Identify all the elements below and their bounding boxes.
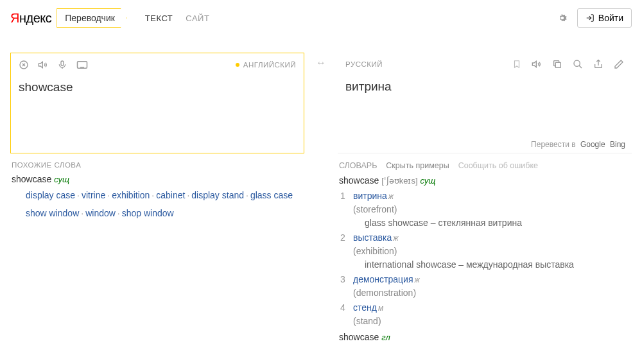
- similar-words: ПОХОЖИЕ СЛОВА showcase сущ display case·…: [10, 161, 304, 221]
- target-lang[interactable]: РУССКИЙ: [345, 60, 383, 68]
- brand-ya: Яндекс: [10, 11, 51, 26]
- keyboard-icon[interactable]: [76, 60, 88, 69]
- report-error[interactable]: Сообщить об ошибке: [458, 161, 538, 170]
- translate-credits: Перевести в Google Bing: [531, 140, 625, 149]
- detect-dot: [236, 63, 239, 67]
- similar-pos: сущ: [54, 175, 69, 184]
- source-box: АНГЛИЙСКИЙ showcase: [10, 53, 304, 153]
- dict-title: СЛОВАРЬ: [339, 161, 377, 170]
- syn-link[interactable]: window: [85, 208, 116, 218]
- similar-title: ПОХОЖИЕ СЛОВА: [12, 161, 303, 169]
- dictionary: СЛОВАРЬ Скрыть примеры Сообщить об ошибк…: [338, 161, 632, 342]
- target-output: витрина: [345, 80, 624, 94]
- dict-ru[interactable]: витрина: [353, 191, 387, 201]
- syn-link[interactable]: shop window: [122, 208, 174, 218]
- dict-entry-2: 2 выставкаж (exhibition) international s…: [340, 231, 630, 272]
- dict-ru[interactable]: стенд: [353, 302, 377, 313]
- service-label: Переводчик: [56, 8, 127, 28]
- speaker-icon[interactable]: [532, 59, 542, 69]
- share-icon[interactable]: [593, 59, 603, 69]
- syn-row-2: show window·window·shop window: [12, 206, 303, 221]
- link-google[interactable]: Google: [580, 140, 605, 149]
- close-icon[interactable]: [19, 60, 29, 70]
- target-box: РУССКИЙ витрина Перевести в Google Bing: [338, 53, 632, 153]
- login-button[interactable]: Войти: [577, 8, 632, 28]
- syn-link[interactable]: display stand: [191, 190, 244, 200]
- search-icon[interactable]: [573, 59, 583, 69]
- svg-point-4: [574, 60, 580, 66]
- dict-ru[interactable]: демонстрация: [353, 274, 413, 284]
- dict-ru[interactable]: выставка: [353, 232, 392, 243]
- bookmark-icon[interactable]: [512, 59, 521, 69]
- dict-entry-3: 3 демонстрацияж (demonstration): [340, 273, 630, 300]
- similar-word: showcase: [12, 174, 51, 184]
- syn-link[interactable]: exhibition: [112, 190, 150, 200]
- syn-link[interactable]: glass case: [250, 190, 293, 200]
- link-bing[interactable]: Bing: [610, 140, 625, 149]
- nav-text[interactable]: ТЕКСТ: [145, 13, 173, 23]
- login-icon: [586, 13, 594, 22]
- speaker-icon[interactable]: [38, 60, 48, 70]
- dict-pos: сущ: [421, 176, 436, 186]
- dict-entry-1: 1 витринаж (storefront) glass showcase –…: [340, 189, 630, 230]
- hide-examples[interactable]: Скрыть примеры: [386, 161, 449, 170]
- dict-word-verb: showcase: [339, 332, 379, 342]
- edit-icon[interactable]: [614, 59, 624, 69]
- syn-row-1: display case·vitrine·exhibition·cabinet·…: [12, 188, 303, 204]
- source-input[interactable]: showcase: [19, 80, 296, 94]
- logo[interactable]: Яндекс Переводчик: [10, 8, 127, 28]
- svg-rect-3: [555, 62, 560, 67]
- dict-pos-verb: гл: [381, 333, 390, 342]
- swap-icon[interactable]: ↔: [316, 57, 326, 69]
- syn-link[interactable]: vitrine: [82, 190, 105, 200]
- copy-icon[interactable]: [552, 59, 562, 69]
- nav-site[interactable]: САЙТ: [186, 13, 209, 23]
- dict-ipa: [ˈʃəʊkeɪs]: [381, 176, 417, 186]
- gear-icon[interactable]: [557, 12, 568, 24]
- dict-entry-4: 4 стендм (stand): [340, 301, 630, 328]
- source-lang[interactable]: АНГЛИЙСКИЙ: [243, 61, 296, 69]
- mic-icon[interactable]: [57, 60, 67, 70]
- syn-link[interactable]: cabinet: [156, 190, 185, 200]
- syn-link[interactable]: display case: [26, 190, 75, 200]
- svg-rect-1: [61, 61, 64, 65]
- login-label: Войти: [598, 13, 623, 23]
- syn-link[interactable]: show window: [26, 208, 79, 218]
- dict-word: showcase: [339, 175, 379, 186]
